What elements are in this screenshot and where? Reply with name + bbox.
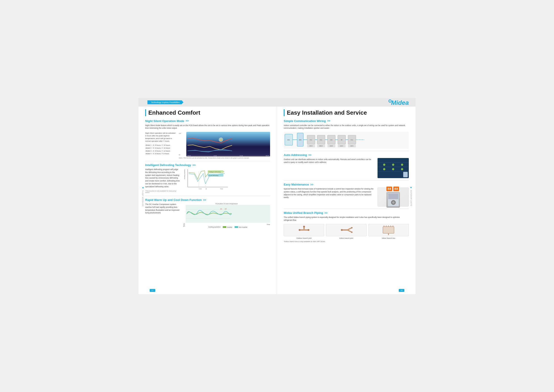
non-inverter-legend-color <box>235 226 238 228</box>
branch-piping-items: Outdoor branch joint <box>284 224 409 239</box>
svg-point-69 <box>299 229 300 231</box>
building-svg <box>378 158 409 178</box>
defrost-chart-container: Heating capacity t min Δt Time Intellige… <box>183 168 270 194</box>
warmup-x-label: Time <box>186 224 270 225</box>
svg-text:Δt: Δt <box>206 188 207 189</box>
warmup-content: The DC Inverter Compressor system reache… <box>145 203 270 228</box>
svg-point-77 <box>351 231 353 233</box>
easy-maintenance-desc: Special features that increase ease of m… <box>284 188 375 204</box>
svg-text:Intelligent defrosting: Intelligent defrosting <box>209 171 221 173</box>
svg-point-71 <box>303 226 305 228</box>
warmup-chart-svg: Δ1 Δ2 <box>186 205 270 223</box>
indoor-branch-joint: Indoor branch joint <box>326 224 366 239</box>
tagline: Technology Inspires Possibilities <box>147 100 183 104</box>
warmup-chart-title: Fluctuation of room temperature <box>183 203 270 204</box>
inverter-legend: Inverter <box>223 226 232 228</box>
night-silent-detail: Night Silent operation will be activated… <box>145 132 176 143</box>
maintenance-content: Special features that increase ease of m… <box>284 188 409 207</box>
svg-point-57 <box>392 164 394 166</box>
svg-point-59 <box>383 168 385 170</box>
outdoor-label-right: ✦ OUTDOOR UNITS <box>409 186 413 206</box>
indoor-branch-box-label: Indoor branch box <box>368 237 409 239</box>
night-chart-svg: 🌙 <box>186 132 270 156</box>
easy-maintenance-section: Easy Maintenance >> Special features tha… <box>284 183 409 207</box>
outdoor-unit-img <box>387 192 400 208</box>
inverter-legend-label: Inverter <box>227 226 232 228</box>
simple-wiring-section: Simple Communication Wiring >> Indoor ce… <box>284 119 409 149</box>
svg-text:FCU: FCU <box>310 139 312 140</box>
night-silent-text: Night Silent operation will be activated… <box>145 132 176 159</box>
defrost-content: Intelligent defrosting program will judg… <box>145 168 270 194</box>
building-diagram <box>378 158 409 178</box>
indoor-branch-box-img <box>368 224 409 236</box>
left-main-title: Enhanced Comfort <box>145 109 270 116</box>
night-silent-desc: Night Silent Mode feature which is easil… <box>145 124 270 130</box>
night-chart-axis: 08:00 14:00 22:00 08:00 <box>186 155 270 156</box>
auto-addressing-heading: Auto Addressing >> <box>284 153 409 157</box>
header-bar: Technology Inspires Possibilities Midea <box>138 98 416 107</box>
svg-text:Δ2: Δ2 <box>225 208 227 210</box>
svg-line-73 <box>347 228 352 230</box>
warmup-heading: Rapid Warm Up and Cool Down Function >> <box>145 198 270 202</box>
defrost-text: Intelligent defrosting program will judg… <box>145 168 181 194</box>
svg-text:Heating capacity: Heating capacity <box>184 169 185 179</box>
indoor-branch-box: Indoor branch box <box>368 224 409 239</box>
defrost-section: Intelligent Defrosting Technology >> Int… <box>145 163 270 194</box>
defrost-heading: Intelligent Defrosting Technology >> <box>145 163 270 167</box>
warmup-chart-container: Fluctuation of room temperature Temp <box>183 203 270 228</box>
svg-rect-78 <box>383 227 394 233</box>
page-num-left: 17 <box>150 289 155 292</box>
maintenance-image: 88 88 <box>378 188 409 207</box>
svg-point-75 <box>341 229 343 231</box>
indoor-branch-label: Indoor branch joint <box>326 237 366 239</box>
night-chart: 🌙 08:00 14:00 22:00 08:00 <box>186 132 270 156</box>
svg-text:CAS R: CAS R <box>340 146 343 147</box>
logo-circle <box>388 99 392 103</box>
svg-point-60 <box>392 168 394 170</box>
branch-piping-heading: Midea Unified Branch Piping >> <box>284 211 409 215</box>
svg-text:Time: Time <box>220 188 223 189</box>
branch-piping-footnote: *Indoor branch box is only available for… <box>284 240 409 243</box>
svg-text:t min: t min <box>199 188 202 189</box>
warmup-legend: Cooling operation Inverter Non Inverter <box>186 226 270 228</box>
indoor-branch-img <box>326 224 366 236</box>
svg-line-74 <box>347 230 352 232</box>
left-panel: Enhanced Comfort Night Silent Operation … <box>138 98 277 294</box>
night-silent-content: Night Silent operation will be activated… <box>145 132 270 159</box>
page-container: Technology Inspires Possibilities Midea … <box>138 98 416 294</box>
svg-text:Usual defrosting: Usual defrosting <box>209 175 218 176</box>
outdoor-branch-img <box>284 224 324 236</box>
branch-piping-section: Midea Unified Branch Piping >> The unifi… <box>284 211 409 243</box>
svg-point-61 <box>401 168 403 170</box>
svg-text:MVE: MVE <box>288 139 290 140</box>
wiring-diagram: MVE MVB FCU FCU CAS 4W FCU <box>284 132 409 149</box>
branch-piping-desc: The unified Midea branch piping system i… <box>284 216 409 222</box>
outdoor-unit-svg <box>387 192 399 207</box>
night-silent-heading: Night Silent Operation Mode >> <box>145 119 270 123</box>
night-silent-section: Night Silent Operation Mode >> Night Sil… <box>145 119 270 159</box>
logo-text: Midea <box>391 99 409 106</box>
svg-text:CAS R: CAS R <box>309 146 313 147</box>
svg-text:FCU: FCU <box>351 139 353 140</box>
defrost-chart-svg: Heating capacity t min Δt Time Intellige… <box>183 168 270 193</box>
outdoor-branch-label: Outdoor branch joint <box>284 237 324 239</box>
svg-rect-62 <box>403 172 408 177</box>
svg-text:🌙: 🌙 <box>219 139 222 141</box>
svg-text:FCU: FCU <box>320 139 322 140</box>
inverter-legend-color <box>223 226 226 228</box>
outdoor-branch-svg <box>297 224 311 236</box>
warmup-y-label: Temp <box>183 205 185 228</box>
svg-text:MVE R: MVE R <box>319 146 323 147</box>
simple-wiring-heading: Simple Communication Wiring >> <box>284 119 409 123</box>
indoor-branch-svg <box>339 224 353 236</box>
midea-logo: Midea <box>388 99 409 106</box>
simple-wiring-desc: Indoor centralized controller can be con… <box>284 124 409 130</box>
svg-point-58 <box>401 164 403 166</box>
digit-display-1: 88 <box>387 187 392 191</box>
svg-point-70 <box>308 229 309 231</box>
defrost-note: *This function is only available for hea… <box>145 190 181 193</box>
page-num-right: 18 <box>399 289 404 292</box>
outdoor-label-left: OUTDOOR UNITS ✦ <box>141 186 145 206</box>
right-main-title: Easy Installation and Service <box>284 109 409 116</box>
night-chart-note: Notes: This function can be activated on… <box>179 157 270 159</box>
